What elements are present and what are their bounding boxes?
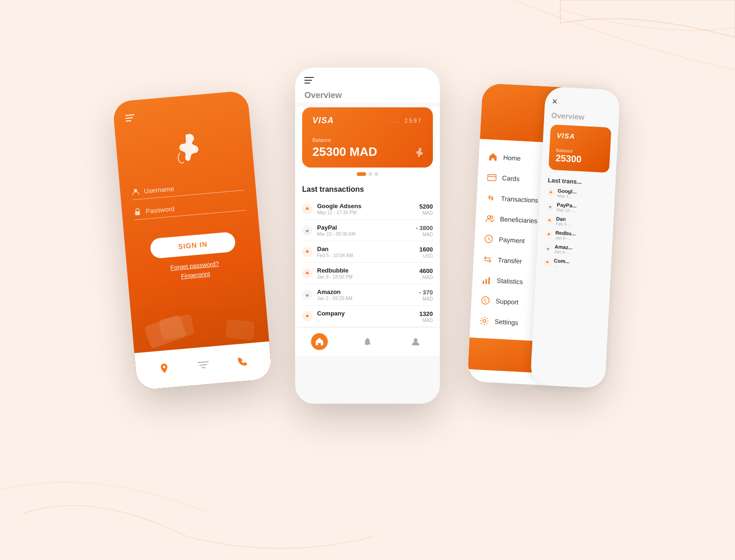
svg-line-10 [488, 176, 496, 177]
transaction-list: Google Adsens May 12 - 17:30 PM 5200 MAD… [295, 198, 440, 327]
svg-point-7 [414, 338, 417, 342]
close-button[interactable]: × [551, 96, 613, 110]
overlay-tx-item: PayPa... Mar 10 -... [546, 201, 608, 215]
tx-date: Jan 8 - 18:00 PM [317, 274, 415, 280]
menu-label-transactions: Transactions [501, 195, 538, 204]
up-arrow-icon [302, 204, 312, 214]
svg-rect-2 [135, 211, 140, 216]
tx-currency: MAD [419, 318, 433, 323]
up-arrow-icon [302, 268, 312, 279]
horse-logo [164, 131, 205, 169]
right-overlay-panel: × Overview VISA Balance 25300 Last trans… [530, 86, 620, 388]
nav-profile[interactable] [407, 333, 424, 350]
down-arrow-icon [546, 203, 554, 210]
password-input-group [134, 199, 246, 220]
down-arrow-icon [302, 290, 312, 300]
tx-currency: MAD [419, 296, 433, 301]
login-links: Forget password? Fingerprint [170, 260, 220, 280]
transaction-item: Amazon Jan 2 - 09:25 AM - 370 MAD [302, 284, 433, 306]
forget-password-link[interactable]: Forget password? [170, 260, 219, 271]
tx-date: Mar 10 - 08:00 AM [317, 231, 411, 237]
support-icon [481, 295, 490, 305]
tx-name: Amazon [317, 288, 414, 295]
login-phone: SIGN IN Forget password? Fingerprint [113, 91, 273, 391]
overlay-tx-item: Com... ... [543, 257, 604, 271]
tx-amount: - 3800 [416, 224, 433, 231]
overlay-tx-item: Dan Feb 5 -... [545, 215, 607, 229]
tx-amount: 4600 [419, 267, 433, 274]
menu-label-settings: Settings [495, 318, 518, 327]
tx-date: Jan 2 - 09:25 AM [317, 296, 414, 301]
people-icon [485, 214, 495, 224]
overlay-tx-sub: Jan 8 -... [554, 249, 572, 255]
tx-name: Dan [317, 245, 415, 252]
tx-currency: MAD [419, 210, 433, 216]
up-arrow-icon [545, 231, 553, 238]
signin-button[interactable]: SIGN IN [149, 231, 236, 259]
tx-currency: MAD [416, 232, 433, 237]
hamburger-menu-left[interactable] [125, 114, 135, 122]
location-icon[interactable] [159, 363, 170, 376]
overlay-tx-sub: Feb 5 -... [556, 221, 572, 227]
up-arrow-icon [547, 189, 555, 196]
tx-name: Redbubble [317, 267, 415, 274]
tx-amount: - 370 [419, 289, 433, 296]
fingerprint-link[interactable]: Fingerprint [181, 270, 210, 280]
menu-label-transfer: Transfer [498, 256, 522, 265]
transfer-icon [486, 193, 496, 203]
up-arrow-icon [544, 259, 551, 266]
username-input[interactable] [144, 179, 244, 195]
up-arrow-icon [302, 247, 312, 257]
card-horse-icon [411, 147, 424, 161]
overview-phone: Overview VISA .... 2597 Balance 25300 MA… [295, 68, 440, 404]
tx-amount: 1320 [419, 310, 433, 317]
transaction-item: Google Adsens May 12 - 17:30 PM 5200 MAD [302, 198, 433, 220]
svg-point-11 [488, 216, 490, 218]
tx-name: Company [317, 310, 415, 317]
overlay-visa-label: VISA [557, 131, 605, 141]
transaction-item: Dan Feb 5 - 10:04 AM 1600 USD [302, 241, 433, 263]
menu-phone: Home Cards Transactions Beneficiaries Pa… [467, 83, 618, 388]
svg-line-5 [199, 364, 207, 365]
overlay-tx-sub: ... [553, 263, 569, 269]
lines-icon[interactable] [198, 360, 210, 371]
nav-notifications[interactable] [359, 333, 376, 350]
overlay-card: VISA Balance 25300 [548, 125, 611, 173]
tx-currency: USD [419, 253, 433, 259]
tx-currency: MAD [419, 275, 433, 280]
menu-label-payment: Payment [499, 236, 525, 245]
stats-icon [481, 275, 491, 285]
svg-point-17 [481, 296, 489, 304]
menu-label-beneficiaries: Beneficiaries [500, 215, 537, 224]
overlay-tx-item: Amaz... Jan 8 -... [544, 243, 605, 257]
phone-icon[interactable] [237, 357, 247, 369]
overlay-tx-item: Googl... May 1... [547, 187, 608, 201]
svg-point-18 [483, 320, 486, 322]
svg-rect-15 [485, 279, 487, 284]
nav-home[interactable] [311, 333, 328, 350]
svg-line-6 [202, 368, 205, 368]
tx-name: PayPal [317, 224, 411, 231]
visa-label: VISA [312, 116, 334, 126]
balance-label: Balance [312, 137, 423, 143]
down-arrow-icon [544, 245, 552, 252]
arrows-icon [483, 254, 493, 264]
card-number-dots: .... 2597 [390, 118, 423, 124]
hamburger-menu-center[interactable] [304, 77, 314, 84]
overlay-tx-item: Redbu... Jan 8 -... [545, 229, 606, 243]
home-icon [488, 152, 498, 162]
bottom-nav-center [295, 327, 440, 356]
tx-date: May 12 - 17:30 PM [317, 210, 415, 215]
up-arrow-icon [545, 217, 553, 224]
card-icon [487, 173, 497, 182]
overlay-overview-label: Overview [551, 112, 612, 123]
tx-amount: 5200 [419, 203, 433, 210]
balance-amount: 25300 MAD [312, 145, 423, 159]
password-input[interactable] [145, 199, 246, 215]
overlay-tx-title: Last trans... [548, 176, 609, 187]
menu-label-statistics: Statistics [496, 277, 523, 286]
transaction-item: PayPal Mar 10 - 08:00 AM - 3800 MAD [302, 220, 433, 241]
svg-rect-16 [488, 277, 490, 284]
menu-label-support: Support [495, 297, 519, 306]
down-arrow-icon [302, 225, 312, 236]
